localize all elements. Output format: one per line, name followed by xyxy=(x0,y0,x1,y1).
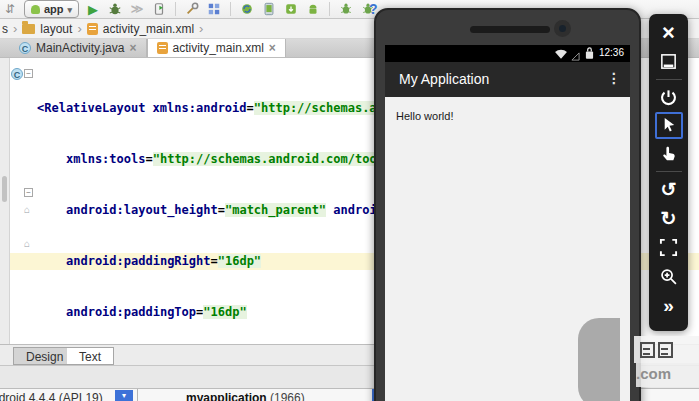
phone-camera xyxy=(554,20,571,37)
watermark-blob xyxy=(578,318,620,401)
chevron-right-icon xyxy=(199,21,203,36)
chevron-right-icon xyxy=(13,21,17,36)
emulator-toolbar xyxy=(649,14,688,331)
hello-world-text: Hello world! xyxy=(396,110,453,122)
updown-filter-icon[interactable] xyxy=(2,1,18,17)
run-config-label: app xyxy=(44,3,64,15)
toolbar-separator xyxy=(230,2,231,16)
coverage-icon[interactable] xyxy=(129,1,145,17)
process-selector[interactable]: myapplication (1966) xyxy=(186,391,305,401)
run-on-device-icon[interactable] xyxy=(151,1,167,17)
avd-manager-icon[interactable] xyxy=(261,1,277,17)
run-configuration-dropdown[interactable]: app xyxy=(24,0,79,18)
device-dropdown-icon[interactable]: ▾ xyxy=(115,390,133,401)
fold-end-icon[interactable] xyxy=(24,205,30,215)
rotate-left-icon[interactable] xyxy=(654,175,684,204)
class-gutter-icon[interactable] xyxy=(11,68,23,80)
chevron-right-icon xyxy=(77,21,81,36)
folder-icon xyxy=(22,24,35,34)
close-icon[interactable] xyxy=(269,41,276,55)
xml-file-icon xyxy=(87,23,98,35)
cell-signal-icon xyxy=(571,50,580,59)
android-status-bar: 12:36 xyxy=(385,45,630,62)
battery-lock-icon xyxy=(585,47,594,60)
screenshot-icon[interactable] xyxy=(654,233,684,262)
fold-icon[interactable] xyxy=(24,69,33,78)
tab-activity-main-xml[interactable]: activity_main.xml xyxy=(147,39,286,57)
breadcrumb-item-layout[interactable]: layout xyxy=(40,22,72,36)
toolbar-separator xyxy=(329,2,330,16)
android-monitor-icon[interactable] xyxy=(305,1,321,17)
android-studio-window: app xyxy=(0,0,699,401)
close-icon[interactable] xyxy=(129,41,136,55)
android-icon xyxy=(31,5,40,14)
plugin-bug-icon[interactable] xyxy=(338,1,354,17)
tab-label: activity_main.xml xyxy=(173,41,264,55)
tab-mainactivity[interactable]: MainActivity.java xyxy=(10,39,147,57)
breadcrumb-fragment[interactable]: s xyxy=(2,22,8,36)
tab-label: MainActivity.java xyxy=(36,41,124,55)
watermark-glyph xyxy=(640,342,655,358)
clock-text: 12:36 xyxy=(599,47,624,58)
project-structure-icon[interactable] xyxy=(206,1,222,17)
run-icon[interactable] xyxy=(85,1,101,17)
toolbar-separator xyxy=(175,2,176,16)
watermark-logo xyxy=(634,336,699,363)
stripe-handle[interactable] xyxy=(2,176,7,202)
rotate-right-icon[interactable] xyxy=(654,204,684,233)
cursor-icon[interactable] xyxy=(655,112,683,139)
more-icon[interactable] xyxy=(654,291,684,320)
code-line[interactable]: android:paddingTop="16dp" xyxy=(37,304,427,321)
class-icon xyxy=(19,42,31,54)
phone-speaker xyxy=(470,26,550,33)
breadcrumb-item-file[interactable]: activity_main.xml xyxy=(103,22,194,36)
code-line[interactable]: android:paddingRight="16dp" xyxy=(37,253,427,270)
debug-icon[interactable] xyxy=(107,1,123,17)
sdk-manager-icon[interactable] xyxy=(283,1,299,17)
close-icon[interactable] xyxy=(654,18,684,47)
help-icon[interactable]: ? xyxy=(369,1,378,17)
watermark-text: .com xyxy=(636,363,699,387)
divider xyxy=(137,389,138,401)
divider xyxy=(656,171,682,172)
code-line[interactable]: <RelativeLayout xmlns:android="http://sc… xyxy=(37,100,427,117)
tool-window-stripe xyxy=(0,58,10,344)
fold-end-icon[interactable] xyxy=(24,239,30,249)
wifi-icon xyxy=(554,48,568,59)
fold-icon[interactable] xyxy=(24,188,33,197)
touch-icon[interactable] xyxy=(654,139,684,168)
divider xyxy=(656,79,682,80)
app-action-bar: My Application xyxy=(385,62,630,97)
gradle-sync-icon[interactable] xyxy=(239,1,255,17)
wrench-icon[interactable] xyxy=(184,1,200,17)
minimize-icon[interactable] xyxy=(654,47,684,76)
code-line[interactable]: xmlns:tools="http://schemas.android.com/… xyxy=(37,151,427,168)
device-selector[interactable]: Android 4.4.4 (API 19) xyxy=(0,391,103,401)
tab-text[interactable]: Text xyxy=(67,347,114,365)
app-title: My Application xyxy=(399,71,489,87)
zoom-in-icon[interactable] xyxy=(654,262,684,291)
watermark-glyph xyxy=(658,342,673,358)
code-line[interactable]: android:layout_height="match_parent" and… xyxy=(37,202,427,219)
overflow-menu-icon[interactable] xyxy=(607,70,621,86)
xml-file-icon xyxy=(157,42,168,54)
power-icon[interactable] xyxy=(654,83,684,112)
chevron-down-icon xyxy=(68,3,73,15)
